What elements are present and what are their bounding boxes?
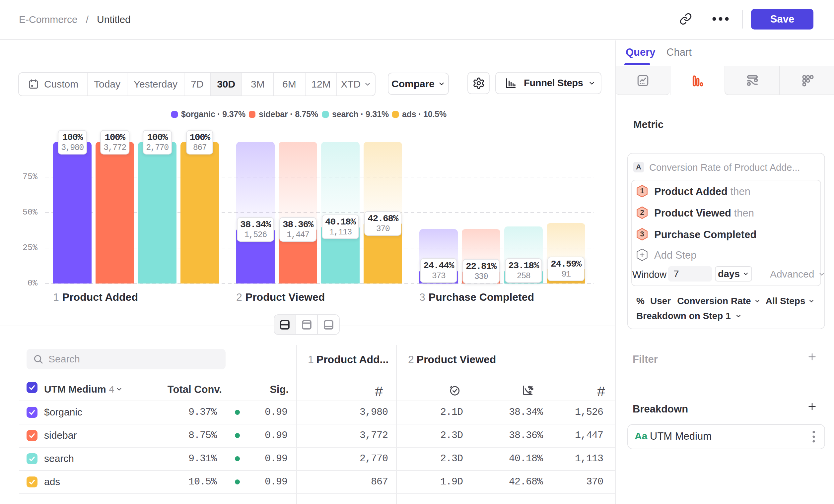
svg-text:3: 3	[640, 230, 644, 238]
svg-text:1: 1	[640, 187, 644, 195]
svg-text:2: 2	[640, 208, 644, 216]
